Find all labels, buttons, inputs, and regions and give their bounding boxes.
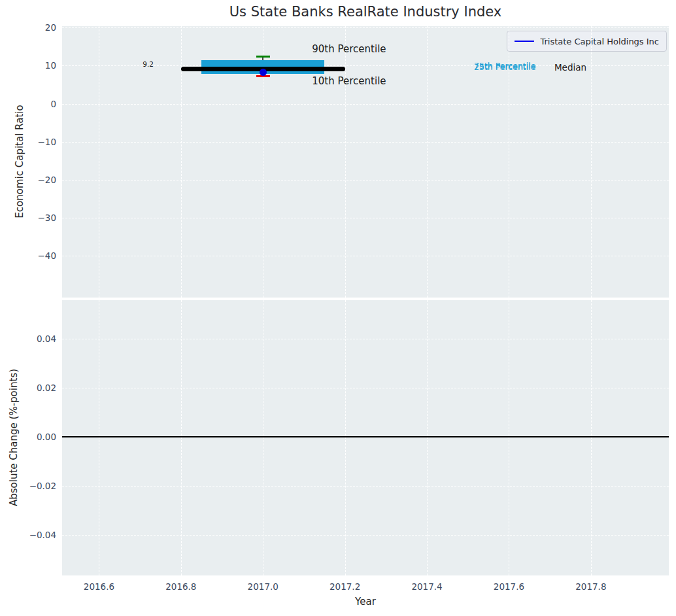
x-axis-label: Year (355, 596, 376, 607)
gridline-horizontal (62, 218, 669, 218)
gridline-horizontal (62, 535, 669, 536)
annotation-9-2: 9.2 (143, 60, 154, 68)
bottom-y-axis-label: Absolute Change (%-points) (8, 369, 20, 506)
legend: Tristate Capital Holdings Inc (507, 31, 667, 52)
chart-figure: Us State Banks RealRate Industry Index T… (0, 0, 676, 616)
y-tick-label: 0.00 (37, 432, 56, 442)
y-tick-label: 0.04 (37, 334, 56, 344)
annotation-10th-percentile: 10th Percentile (312, 75, 386, 87)
x-tick-label: 2016.8 (165, 581, 196, 592)
x-tick-label: 2016.6 (84, 581, 114, 592)
x-tick-label: 2017.4 (411, 581, 442, 592)
top-y-axis-label: Economic Capital Ratio (14, 105, 25, 218)
annotation-25th-percentile: 25th Percentile (474, 61, 535, 71)
top-axes-economic-capital-ratio: Tristate Capital Holdings Inc 20100−10−2… (62, 26, 669, 298)
legend-line-swatch (515, 41, 534, 42)
gridline-vertical (427, 26, 428, 298)
gridline-horizontal (62, 142, 669, 143)
gridline-horizontal (62, 27, 669, 28)
p90-cap (256, 56, 270, 58)
bottom-axes-absolute-change: 0.040.020.00−0.02−0.042016.62016.82017.0… (62, 300, 669, 575)
gridline-vertical (181, 300, 182, 575)
gridline-vertical (263, 300, 263, 575)
chart-title: Us State Banks RealRate Industry Index (229, 4, 502, 20)
gridline-horizontal (62, 339, 669, 339)
x-tick-label: 2017.0 (248, 581, 279, 592)
y-tick-label: −40 (38, 250, 57, 261)
gridline-horizontal (62, 486, 669, 487)
y-tick-label: −0.04 (29, 530, 56, 540)
gridline-horizontal (62, 256, 669, 256)
y-tick-label: 10 (45, 60, 56, 71)
annotation-median: Median (554, 62, 586, 73)
gridline-vertical (345, 300, 346, 575)
gridline-vertical (345, 26, 346, 298)
gridline-horizontal (62, 180, 669, 180)
y-tick-label: −30 (38, 213, 57, 223)
x-tick-label: 2017.8 (575, 581, 606, 592)
x-tick-label: 2017.6 (494, 581, 524, 592)
gridline-vertical (509, 300, 509, 575)
gridline-horizontal (62, 104, 669, 105)
x-tick-label: 2017.2 (330, 581, 360, 592)
zero-line (62, 436, 669, 437)
gridline-horizontal (62, 388, 669, 388)
y-tick-label: 0 (50, 99, 56, 109)
gridline-vertical (99, 300, 99, 575)
gridline-vertical (591, 26, 592, 298)
y-tick-label: −0.02 (29, 481, 56, 491)
y-tick-label: 20 (45, 22, 56, 33)
annotation-90th-percentile: 90th Percentile (312, 43, 386, 55)
gridline-vertical (99, 26, 99, 298)
gridline-vertical (591, 300, 592, 575)
y-tick-label: −20 (38, 175, 57, 185)
y-tick-label: −10 (38, 137, 57, 147)
gridline-vertical (427, 300, 428, 575)
y-tick-label: 0.02 (37, 383, 56, 393)
legend-label: Tristate Capital Holdings Inc (540, 37, 659, 46)
